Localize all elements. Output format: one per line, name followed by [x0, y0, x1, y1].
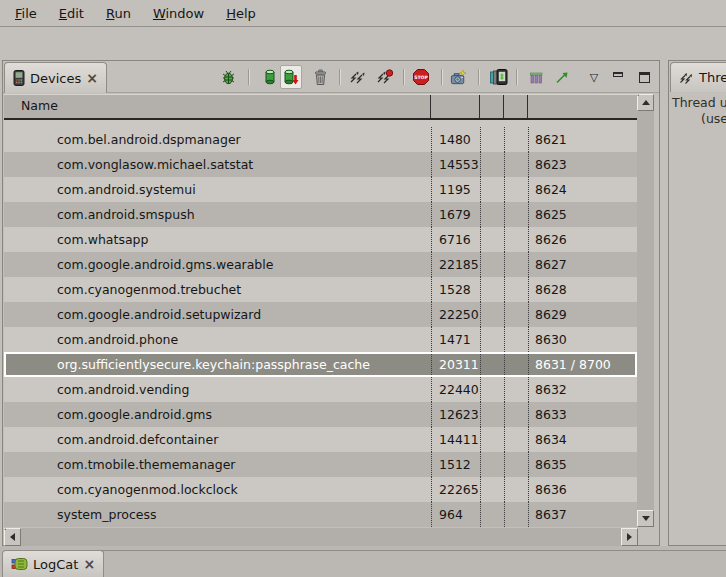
- logcat-view: LogCat ×: [0, 546, 726, 577]
- maximize-icon[interactable]: [635, 67, 653, 87]
- menu-file[interactable]: File: [4, 2, 48, 25]
- process-pid: 1679: [431, 202, 480, 227]
- phone-icon: [13, 70, 25, 86]
- process-pid: 6716: [431, 227, 480, 252]
- scroll-left-button[interactable]: [4, 528, 21, 546]
- stop-process-icon[interactable]: STOP: [412, 67, 430, 87]
- threads-message-line2: (use toolbar button to enable): [672, 111, 726, 127]
- tab-devices[interactable]: Devices ×: [4, 62, 107, 93]
- process-status-cell: [480, 427, 504, 452]
- table-row[interactable]: com.android.defcontainer144118634: [4, 427, 637, 452]
- column-header-blank[interactable]: [480, 95, 504, 118]
- process-status-cell: [480, 402, 504, 427]
- tab-logcat-label: LogCat: [33, 557, 78, 572]
- table-row[interactable]: com.tmobile.thememanager15128635: [4, 452, 637, 477]
- vertical-scrollbar-thumb[interactable]: [637, 94, 639, 96]
- process-pid: 22440: [431, 377, 480, 402]
- process-pid: 964: [431, 502, 480, 527]
- process-name: com.google.android.gms.wearable: [4, 252, 431, 277]
- tab-devices-label: Devices: [30, 71, 81, 86]
- debug-process-icon[interactable]: [219, 67, 237, 87]
- process-port: 8621: [528, 127, 637, 152]
- process-name: com.whatsapp: [4, 227, 431, 252]
- process-status-cell: [504, 502, 528, 527]
- menu-window[interactable]: Window: [142, 2, 215, 25]
- column-header-port[interactable]: [528, 95, 637, 118]
- screen-capture-camera-icon[interactable]: [450, 67, 468, 87]
- horizontal-scrollbar[interactable]: [4, 528, 638, 546]
- process-status-cell: [504, 202, 528, 227]
- horizontal-scrollbar-thumb[interactable]: [4, 528, 6, 530]
- process-status-cell: [504, 277, 528, 302]
- minimize-icon[interactable]: [609, 67, 627, 87]
- table-row[interactable]: com.google.android.gms126238633: [4, 402, 637, 427]
- table-row[interactable]: com.android.vending224408632: [4, 377, 637, 402]
- close-icon[interactable]: ×: [86, 72, 98, 84]
- process-port: 8635: [528, 452, 637, 477]
- process-status-cell: [504, 152, 528, 177]
- menu-help[interactable]: Help: [215, 2, 267, 25]
- column-header-name[interactable]: Name: [4, 95, 431, 118]
- update-heap-icon[interactable]: [261, 67, 279, 87]
- process-pid: 22185: [431, 252, 480, 277]
- view-menu-icon[interactable]: ▽: [585, 67, 603, 87]
- table-row[interactable]: system_process9648637: [4, 502, 637, 527]
- process-port: 8633: [528, 402, 637, 427]
- table-row[interactable]: com.android.systemui11958624: [4, 177, 637, 202]
- update-threads-icon[interactable]: [349, 67, 367, 87]
- process-pid: 22250: [431, 302, 480, 327]
- menu-run[interactable]: Run: [95, 2, 142, 25]
- process-status-cell: [504, 377, 528, 402]
- column-header-pid[interactable]: [431, 95, 480, 118]
- main-toolbar: [0, 28, 726, 59]
- toolbar-separator: [403, 69, 404, 85]
- process-status-cell: [480, 377, 504, 402]
- scroll-right-button[interactable]: [621, 528, 638, 546]
- vertical-scrollbar[interactable]: [637, 94, 654, 527]
- table-row[interactable]: com.google.android.setupwizard222508629: [4, 302, 637, 327]
- process-pid: 14411: [431, 427, 480, 452]
- process-port: 8631 / 8700: [528, 354, 635, 375]
- table-row[interactable]: com.cyanogenmod.lockclock222658636: [4, 477, 637, 502]
- toolbar-separator: [339, 69, 340, 85]
- stop-label: STOP: [414, 75, 428, 80]
- process-status-cell: [480, 277, 504, 302]
- close-icon[interactable]: ×: [83, 558, 95, 570]
- process-pid: 20311: [431, 354, 480, 375]
- process-port: 8636: [528, 477, 637, 502]
- cause-gc-trash-icon[interactable]: [311, 67, 329, 87]
- devices-view: Devices ×: [2, 60, 660, 546]
- table-row[interactable]: com.whatsapp67168626: [4, 227, 637, 252]
- process-port: 8634: [528, 427, 637, 452]
- toolbar-separator: [441, 69, 442, 85]
- column-header-blank[interactable]: [504, 95, 528, 118]
- tabbar-edge: [95, 550, 726, 551]
- partial-scrolled-row: [4, 120, 637, 127]
- process-name: com.bel.android.dspmanager: [4, 127, 431, 152]
- scroll-up-button[interactable]: [637, 94, 654, 111]
- device-table-body: com.bel.android.dspmanager14808621com.vo…: [4, 127, 637, 527]
- process-port: 8628: [528, 277, 637, 302]
- table-row[interactable]: org.sufficientlysecure.keychain:passphra…: [4, 352, 637, 377]
- dump-hprof-icon[interactable]: [280, 65, 302, 89]
- table-row[interactable]: com.google.android.gms.wearable221858627: [4, 252, 637, 277]
- method-profiling-icon[interactable]: [376, 67, 394, 87]
- scroll-down-button[interactable]: [637, 510, 654, 527]
- tab-logcat[interactable]: LogCat ×: [2, 550, 104, 577]
- process-name: com.android.smspush: [4, 202, 431, 227]
- sysinfo-bars-icon[interactable]: [527, 67, 545, 87]
- trend-arrow-icon[interactable]: [553, 67, 571, 87]
- tab-threads[interactable]: Threads: [670, 62, 726, 92]
- process-status-cell: [480, 252, 504, 277]
- table-row[interactable]: com.vonglasow.michael.satstat145538623: [4, 152, 637, 177]
- threads-message: Thread updates not enabled for selected …: [672, 95, 726, 127]
- table-row[interactable]: com.bel.android.dspmanager14808621: [4, 127, 637, 152]
- device-screens-icon[interactable]: [488, 67, 510, 87]
- process-status-cell: [480, 502, 504, 527]
- menu-edit[interactable]: Edit: [48, 2, 95, 25]
- table-row[interactable]: com.cyanogenmod.trebuchet15288628: [4, 277, 637, 302]
- table-row[interactable]: com.android.smspush16798625: [4, 202, 637, 227]
- table-row[interactable]: com.android.phone14718630: [4, 327, 637, 352]
- process-port: 8630: [528, 327, 637, 352]
- process-status-cell: [480, 202, 504, 227]
